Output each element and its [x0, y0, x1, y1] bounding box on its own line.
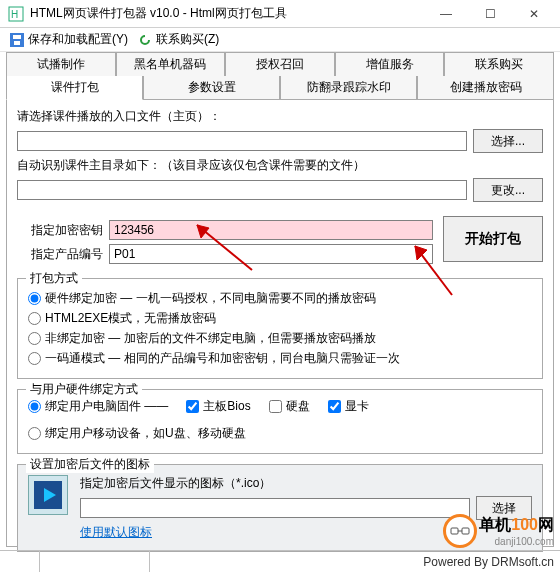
opt-one-code[interactable]: 一码通模式 — 相同的产品编号和加密密钥，同台电脑只需验证一次 [28, 350, 400, 367]
icon-group-title: 设置加密后文件的图标 [26, 456, 154, 473]
pid-label: 指定产品编号 [17, 246, 103, 263]
tab-recall[interactable]: 授权召回 [225, 52, 335, 76]
tab-blacklist[interactable]: 黑名单机器码 [116, 52, 226, 76]
opt-bind-mobile[interactable]: 绑定用户移动设备，如U盘、移动硬盘 [28, 425, 246, 442]
tab-params[interactable]: 参数设置 [143, 76, 280, 99]
icon-preview [28, 475, 68, 515]
dir-label: 自动识别课件主目录如下：（该目录应该仅包含课件需要的文件） [17, 157, 543, 174]
tab-create-pwd[interactable]: 创建播放密码 [417, 76, 554, 99]
tab-package[interactable]: 课件打包 [6, 76, 143, 100]
watermark-logo-icon [443, 514, 477, 548]
opt-html2exe[interactable]: HTML2EXE模式，无需播放密码 [28, 310, 216, 327]
status-cell [40, 551, 150, 572]
pack-mode-title: 打包方式 [26, 270, 82, 287]
menu-save-config[interactable]: 保存和加载配置(Y) [6, 29, 132, 50]
cb-disk[interactable]: 硬盘 [269, 398, 310, 415]
maximize-button[interactable]: ☐ [468, 0, 512, 28]
minimize-button[interactable]: — [424, 0, 468, 28]
tab-trial[interactable]: 试播制作 [6, 52, 116, 76]
icon-path-label: 指定加密后文件显示的图标（*.ico） [80, 475, 532, 492]
watermark-url: danji100.com [479, 536, 554, 547]
entry-file-input[interactable] [17, 131, 467, 151]
dir-input[interactable] [17, 180, 467, 200]
tab-contact[interactable]: 联系购买 [444, 52, 554, 76]
icon-path-input[interactable] [80, 498, 470, 518]
product-id-input[interactable] [109, 244, 433, 264]
tab-watermark[interactable]: 防翻录跟踪水印 [280, 76, 417, 99]
encryption-key-input[interactable] [109, 220, 433, 240]
hw-bind-title: 与用户硬件绑定方式 [26, 381, 142, 398]
choose-entry-button[interactable]: 选择... [473, 129, 543, 153]
opt-hw-bind[interactable]: 硬件绑定加密 — 一机一码授权，不同电脑需要不同的播放密码 [28, 290, 376, 307]
status-cell [0, 551, 40, 572]
opt-no-bind[interactable]: 非绑定加密 — 加密后的文件不绑定电脑，但需要播放密码播放 [28, 330, 376, 347]
svg-rect-3 [13, 35, 21, 39]
app-icon: H [8, 6, 24, 22]
key-label: 指定加密密钥 [17, 222, 103, 239]
close-button[interactable]: ✕ [512, 0, 556, 28]
svg-rect-12 [462, 528, 469, 534]
entry-file-label: 请选择课件播放的入口文件（主页）： [17, 108, 543, 125]
svg-text:H: H [11, 9, 18, 20]
tab-value-added[interactable]: 增值服务 [335, 52, 445, 76]
cb-bios[interactable]: 主板Bios [186, 398, 250, 415]
menu-label: 保存和加载配置(Y) [28, 31, 128, 48]
watermark-text: 单机100网 [479, 515, 554, 536]
svg-rect-4 [14, 41, 20, 45]
menu-label: 联系购买(Z) [156, 31, 219, 48]
change-dir-button[interactable]: 更改... [473, 178, 543, 202]
refresh-icon [138, 33, 152, 47]
powered-by: Powered By DRMsoft.cn [423, 555, 560, 569]
cb-gpu[interactable]: 显卡 [328, 398, 369, 415]
svg-rect-11 [451, 528, 458, 534]
use-default-icon-link[interactable]: 使用默认图标 [80, 525, 152, 539]
watermark: 单机100网 danji100.com [443, 514, 554, 548]
play-icon [34, 481, 62, 509]
window-title: HTML网页课件打包器 v10.0 - Html网页打包工具 [30, 5, 424, 22]
menu-contact-buy[interactable]: 联系购买(Z) [134, 29, 223, 50]
opt-bind-pc[interactable]: 绑定用户电脑固件 —— [28, 398, 168, 415]
start-pack-button[interactable]: 开始打包 [443, 216, 543, 262]
save-icon [10, 33, 24, 47]
